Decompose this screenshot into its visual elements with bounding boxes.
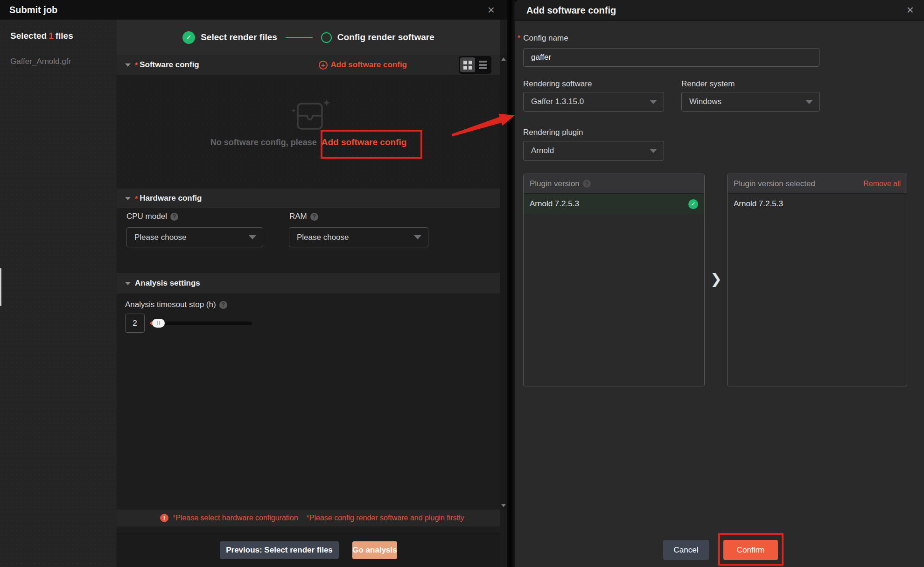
submit-job-main: ✓ Select render files Config render soft… (117, 20, 500, 567)
render-system-dropdown[interactable]: Windows (681, 92, 820, 112)
software-config-header: * Software config + Add software config (117, 55, 500, 75)
empty-box-icon (287, 93, 334, 140)
software-config-empty-state: No software config, please Add software … (117, 75, 500, 189)
previous-step-button[interactable]: Previous: Select render files (220, 541, 339, 559)
required-asterisk: * (135, 195, 138, 203)
selected-check-icon: ✓ (688, 199, 698, 209)
transfer-right-icon[interactable]: ❯ (710, 271, 722, 287)
ram-label: RAM ? (289, 212, 318, 221)
plugin-version-item[interactable]: Arnold 7.2.5.3 ✓ (524, 194, 704, 214)
rendering-plugin-dropdown[interactable]: Arnold (523, 141, 664, 161)
empty-add-software-config-link[interactable]: Add software config (322, 137, 407, 147)
plugin-version-selected-item[interactable]: Arnold 7.2.5.3 (728, 194, 907, 214)
analysis-settings-header: Analysis settings (117, 273, 500, 294)
grid-icon (463, 61, 472, 70)
drawer-footer: Cancel Confirm (515, 540, 924, 560)
analysis-timeout-label: Analysis timesout stop (h) ? (125, 300, 227, 309)
submit-job-titlebar: Submit job × (0, 0, 507, 20)
drawer-shadow-divider (507, 0, 515, 567)
rendering-software-dropdown[interactable]: Gaffer 1.3.15.0 (523, 92, 664, 112)
drawer-title: Add software config (526, 0, 616, 21)
selected-files-summary: Selected1files (10, 31, 73, 41)
config-name-input[interactable] (523, 48, 819, 67)
hardware-config-header: * Hardware config (117, 189, 500, 208)
collapse-caret-icon[interactable] (125, 282, 131, 285)
grid-view-button[interactable] (460, 57, 475, 72)
step-current-circle-icon (321, 32, 332, 43)
warning-icon: ! (160, 514, 168, 522)
scroll-up-icon[interactable] (501, 57, 506, 61)
collapse-caret-icon[interactable] (125, 63, 131, 67)
submit-job-title: Submit job (9, 0, 57, 20)
remove-all-link[interactable]: Remove all (863, 180, 901, 188)
warning-software: *Please config render software and plugi… (307, 514, 464, 522)
go-analysis-button[interactable]: Go analysis (352, 541, 397, 559)
drawer-header: Add software config × (515, 0, 924, 21)
analysis-timeout-slider[interactable] (149, 314, 253, 333)
add-software-config-drawer: Add software config × *Config name Rende… (515, 0, 924, 567)
step-done-check-icon: ✓ (182, 31, 195, 44)
validation-warning-bar: ! *Please select hardware configuration … (117, 510, 500, 526)
close-icon[interactable]: × (488, 2, 495, 18)
analysis-timeout-input[interactable] (125, 314, 145, 333)
plugin-version-selected-listbox: Plugin version selected Remove all Arnol… (727, 174, 907, 386)
selected-files-count: 1 (47, 31, 56, 41)
stepper: ✓ Select render files Config render soft… (117, 20, 500, 55)
help-icon[interactable]: ? (219, 301, 227, 309)
list-icon (479, 59, 487, 70)
cancel-button[interactable]: Cancel (663, 540, 709, 560)
submit-job-footer: Previous: Select render files Go analysi… (117, 533, 500, 567)
chevron-down-icon (805, 100, 813, 104)
warning-hardware: *Please select hardware configuration (173, 514, 298, 522)
file-list-item[interactable]: Gaffer_Arnold.gfr (10, 57, 71, 66)
file-sidebar: Selected1files Gaffer_Arnold.gfr (0, 20, 117, 567)
cpu-model-label: CPU model ? (126, 212, 178, 221)
ram-dropdown[interactable]: Please choose (289, 227, 428, 247)
add-software-config-link[interactable]: + Add software config (319, 60, 407, 70)
chevron-down-icon (414, 235, 421, 239)
view-mode-toggle (459, 56, 491, 74)
rendering-software-label: Rendering software (523, 79, 592, 89)
render-system-label: Render system (681, 79, 735, 89)
help-icon[interactable]: ? (170, 213, 178, 221)
close-icon[interactable]: × (907, 2, 914, 18)
plugin-version-listbox: Plugin version ? Arnold 7.2.5.3 ✓ (523, 174, 705, 386)
collapse-caret-icon[interactable] (125, 197, 131, 200)
list-view-button[interactable] (475, 57, 490, 72)
chevron-down-icon (650, 100, 657, 104)
rendering-plugin-label: Rendering plugin (523, 128, 583, 137)
plus-circle-icon: + (319, 61, 328, 70)
help-icon[interactable]: ? (310, 213, 318, 221)
empty-state-text-line: No software config, please Add software … (117, 137, 500, 147)
app: Submit job × Selected1files Gaffer_Arnol… (0, 0, 924, 567)
required-asterisk: * (135, 62, 138, 70)
main-scrollbar[interactable] (500, 55, 507, 510)
submit-job-window: Submit job × Selected1files Gaffer_Arnol… (0, 0, 507, 567)
confirm-button[interactable]: Confirm (723, 540, 778, 560)
sidebar-scroll-indicator (0, 268, 1, 306)
step-config-render-software: Config render software (321, 32, 434, 43)
slider-track[interactable] (150, 322, 252, 325)
cpu-model-dropdown[interactable]: Please choose (126, 227, 263, 247)
config-name-label: *Config name (518, 34, 568, 43)
stepper-connector (286, 37, 313, 38)
step-select-render-files: ✓ Select render files (182, 31, 277, 44)
scroll-down-icon[interactable] (501, 504, 506, 507)
slider-handle[interactable] (152, 319, 165, 328)
chevron-down-icon (650, 149, 657, 153)
help-icon[interactable]: ? (583, 180, 591, 188)
plugin-version-selected-header: Plugin version selected Remove all (728, 174, 907, 194)
plugin-version-header: Plugin version ? (524, 174, 704, 194)
chevron-down-icon (249, 235, 256, 239)
